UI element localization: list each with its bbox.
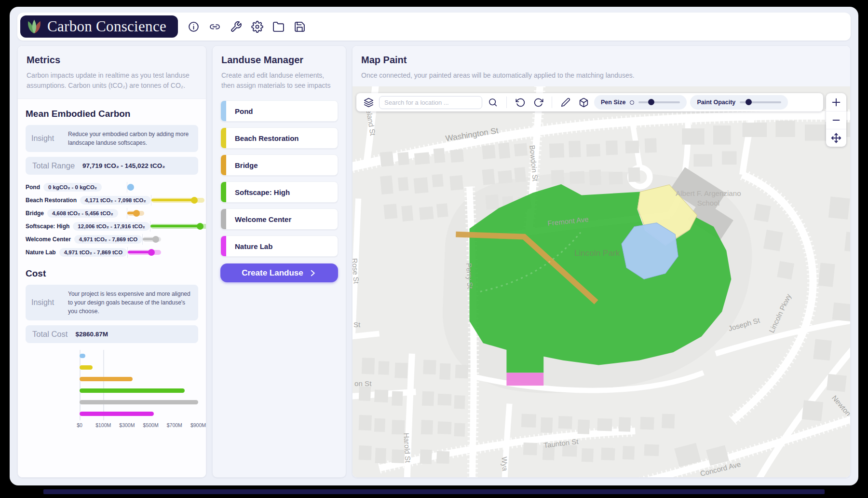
save-project-button[interactable] <box>290 17 309 36</box>
info-button[interactable] <box>184 17 203 36</box>
3d-view-button[interactable] <box>576 95 591 110</box>
gear-icon <box>251 21 263 33</box>
pen-size-label: Pen Size <box>601 99 625 106</box>
layers-button[interactable] <box>361 95 376 110</box>
row-range-value: 4,971 tCO₂ - 7,869 tCO <box>74 235 142 244</box>
row-range-value: 4,971 tCO₂ - 7,869 tCO <box>59 248 127 257</box>
app-header: Carbon Conscience <box>17 13 851 41</box>
lollipop-line <box>151 199 195 201</box>
street-label: Rose St <box>353 258 361 284</box>
settings-button[interactable] <box>247 17 267 36</box>
landuse-item-nature-lab[interactable]: Nature Lab <box>220 235 338 257</box>
landuse-item-bridge[interactable]: Bridge <box>220 154 338 176</box>
lollipop-dot <box>197 223 203 230</box>
insight-text: Your project is less expensive and more … <box>68 290 192 316</box>
save-icon <box>294 21 306 33</box>
zoom-in-button[interactable] <box>826 93 846 111</box>
pen-size-slider-thumb[interactable] <box>648 99 654 105</box>
school-label: Albert F. Argenziano <box>676 190 741 198</box>
cost-row: Welcome Center <box>80 396 198 408</box>
total-range-box: Total Range 97,719 tCO₂ - 145,022 tCO₂ <box>26 157 198 175</box>
toolbar-divider <box>506 97 507 108</box>
plus-icon <box>831 97 841 108</box>
landuse-color-chip <box>221 101 226 121</box>
row-lollipop <box>151 195 206 206</box>
landuse-color-chip <box>221 209 226 229</box>
cost-bar <box>80 412 154 416</box>
landuse-item-label: Pond <box>235 107 253 115</box>
pen-size-preview-icon <box>630 100 634 105</box>
undo-icon <box>515 97 526 108</box>
row-label: Softscape: High <box>26 223 69 230</box>
axis-tick-label: $300M <box>119 422 135 428</box>
paint-opacity-slider[interactable] <box>740 101 781 103</box>
link-button[interactable] <box>205 17 224 36</box>
metrics-panel: Metrics Carbon impacts update in realtim… <box>17 45 206 478</box>
landuse-description: Create and edit landuse elements, then a… <box>221 70 337 91</box>
metrics-title: Metrics <box>27 55 197 66</box>
cost-heading: Cost <box>26 268 198 279</box>
cost-bar <box>80 388 185 393</box>
folder-icon <box>272 21 285 33</box>
undo-button[interactable] <box>513 95 528 110</box>
landuse-item-softscape-high[interactable]: Softscape: High <box>220 181 338 203</box>
open-project-button[interactable] <box>269 17 288 36</box>
insight-label: Insight <box>31 298 61 307</box>
row-label: Welcome Center <box>26 236 71 243</box>
landuse-item-label: Welcome Center <box>235 215 291 223</box>
cost-axis: $0$100M$300M$500M$700M$900M <box>80 421 198 430</box>
app-logo-icon <box>25 17 43 36</box>
street-label: Wya <box>501 456 510 471</box>
bottom-accent-bar <box>43 489 825 494</box>
embodied-insight-box: Insight Reduce your embodied carbon by a… <box>26 125 198 152</box>
embodied-carbon-row: Welcome Center4,971 tCO₂ - 7,869 tCO <box>26 233 198 246</box>
map[interactable]: Washington St Leland St Bowdoin St Fremo… <box>353 86 850 477</box>
landuse-item-label: Softscape: High <box>235 188 290 196</box>
map-paint-title: Map Paint <box>361 55 841 66</box>
row-label: Nature Lab <box>26 249 56 256</box>
paint-opacity-slider-thumb[interactable] <box>746 99 752 105</box>
cost-row: Pond <box>80 350 198 361</box>
landuse-item-beach-restoration[interactable]: Beach Restoration <box>220 127 338 149</box>
pencil-icon <box>561 97 570 107</box>
pan-mode-button[interactable] <box>826 129 846 147</box>
pen-tool-button[interactable] <box>558 95 573 110</box>
row-range-value: 12,006 tCO₂ - 17,916 tCO₂ <box>73 222 149 231</box>
embodied-carbon-row: Nature Lab4,971 tCO₂ - 7,869 tCO <box>26 246 198 259</box>
total-cost-value: $2860.87M <box>75 331 108 338</box>
painted-area-nature-lab[interactable] <box>506 373 543 386</box>
row-lollipop <box>127 208 198 219</box>
landuse-manager-panel: Landuse Manager Create and edit landuse … <box>212 45 346 478</box>
landuse-item-label: Beach Restoration <box>235 134 299 142</box>
metrics-header: Metrics Carbon impacts update in realtim… <box>18 46 206 99</box>
embodied-carbon-heading: Mean Embodied Carbon <box>26 109 198 119</box>
street-label: St <box>353 321 361 329</box>
map-canvas[interactable]: Washington St Leland St Bowdoin St Fremo… <box>353 86 850 477</box>
map-paint-panel: Map Paint Once connected, your painted a… <box>352 45 851 478</box>
zoom-out-button[interactable] <box>826 111 846 129</box>
landuse-color-chip <box>221 236 226 256</box>
landuse-header: Landuse Manager Create and edit landuse … <box>213 46 346 94</box>
row-lollipop <box>127 182 198 193</box>
cost-bar <box>80 400 198 404</box>
pen-size-slider[interactable] <box>638 101 680 103</box>
create-landuse-label: Create Landuse <box>242 268 303 278</box>
landuse-item-pond[interactable]: Pond <box>220 100 338 122</box>
redo-button[interactable] <box>531 95 545 110</box>
search-button[interactable] <box>486 95 500 110</box>
toolbar-divider <box>552 97 552 108</box>
app-window: Carbon Conscience Metrics Carbon impacts… <box>10 7 858 485</box>
cost-bar <box>80 354 85 358</box>
location-search-input[interactable] <box>379 96 482 109</box>
axis-tick-label: $700M <box>167 422 182 428</box>
landuse-item-welcome-center[interactable]: Welcome Center <box>220 208 338 230</box>
app-title: Carbon Conscience <box>47 18 166 35</box>
tools-button[interactable] <box>226 17 245 36</box>
embodied-carbon-row: Bridge4,608 tCO₂ - 5,456 tCO₂ <box>26 207 198 220</box>
map-paint-header: Map Paint Once connected, your painted a… <box>353 46 850 86</box>
create-landuse-button[interactable]: Create Landuse <box>220 263 338 282</box>
total-cost-box: Total Cost $2860.87M <box>26 325 198 343</box>
cost-bar <box>80 377 133 381</box>
row-range-value: 0 kgCO₂ - 0 kgCO₂ <box>43 183 102 192</box>
row-range-value: 4,171 tCO₂ - 7,098 tCO₂ <box>80 196 151 205</box>
